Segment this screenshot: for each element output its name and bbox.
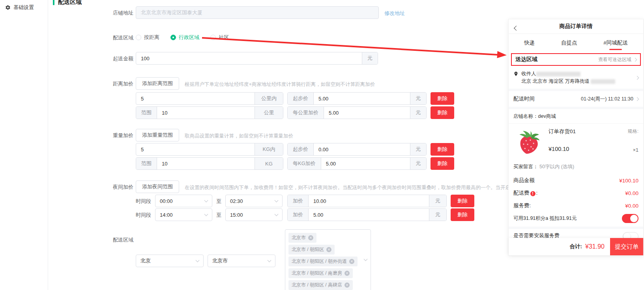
chevron-down-icon <box>364 257 368 261</box>
delivery-time-label: 配送时间 <box>513 95 535 102</box>
time-to-select[interactable]: 02:30 <box>225 195 283 207</box>
buyer-note-row[interactable]: 买家留言： 50字以内 (选填) <box>509 161 643 174</box>
delivery-time-row[interactable]: 配送时间 01-24(周一) 11:02 11:30 <box>509 91 643 107</box>
per-kg-price-label: 每KG加价 <box>288 158 321 169</box>
shop-address-input[interactable] <box>136 7 378 19</box>
unit-yuan: 元 <box>429 195 446 207</box>
per-km-price-input[interactable] <box>324 107 410 119</box>
unit-km-within: 公里内 <box>255 93 283 104</box>
recipient-label: 收件人 <box>521 71 536 76</box>
goods-amount-row: 商品金额 ¥100.10 <box>509 174 643 187</box>
min-amount-label: 起送金额 <box>113 52 136 62</box>
base-price-input[interactable] <box>314 93 410 104</box>
night-price-input[interactable] <box>309 209 429 221</box>
delivery-area-label: 送达区域 <box>515 56 537 63</box>
region-select-row: 北京 北京市 <box>136 255 275 267</box>
add-night-range-button[interactable]: 添加夜间范围 <box>136 180 179 193</box>
night-hint: 在设置的夜间时间范围内下单，加收费用！如留空，则不计算夜间加价。当配送时间与多个… <box>185 180 540 191</box>
points-toggle[interactable] <box>622 214 638 223</box>
night-label: 夜间加价 <box>113 180 136 191</box>
circle-close-icon[interactable]: × <box>344 271 350 276</box>
radio-admin-region[interactable]: 行政区域 <box>170 32 199 41</box>
service-fee-row: 服务费: ¥0.00 <box>509 199 643 212</box>
night-row: 时间段 00:00 至 02:30 加价 元 删除 <box>136 195 474 207</box>
to-word: 至 <box>216 208 221 219</box>
delete-button[interactable]: 删除 <box>431 143 454 156</box>
product-row[interactable]: 订单存货01 ¥100.10 规格: ×1 <box>509 124 643 161</box>
distance-row: 公里内 起步价 元 删除 <box>136 92 454 105</box>
radio-community[interactable]: 社区 <box>210 32 229 41</box>
order-footer-bar: 合计: ¥31.90 提交订单 <box>509 238 643 255</box>
distance-hint: 根据用户下单定位地址经纬度+商家地址经纬度计算骑行距离，如留空则不计算距离加价 <box>185 77 375 88</box>
preview-title: 商品订单详情 <box>560 23 593 30</box>
delivery-fee-label: 配送费 <box>513 190 530 196</box>
base-price-input[interactable] <box>314 143 410 155</box>
tab-local-delivery[interactable]: #同城配送 <box>603 37 629 48</box>
delete-button[interactable]: 删除 <box>431 106 454 119</box>
sidebar-item-basic-settings[interactable]: 基础设置 <box>0 0 48 11</box>
submit-order-button[interactable]: 提交订单 <box>610 238 643 255</box>
shop-address-label: 店铺地址 <box>113 6 136 17</box>
service-fee-label: 服务费: <box>513 202 531 209</box>
time-range-label: 时间段 <box>136 195 151 205</box>
time-from-select[interactable]: 00:00 <box>155 195 212 207</box>
unit-yuan: 元 <box>410 93 426 104</box>
unit-yuan: 元 <box>410 158 426 169</box>
weight-row: KG内 起步价 元 删除 <box>136 143 454 156</box>
delete-button[interactable]: 删除 <box>431 92 454 105</box>
radio-by-distance[interactable]: 按距离 <box>136 32 159 41</box>
tab-express[interactable]: 快递 <box>523 37 535 48</box>
delete-button[interactable]: 删除 <box>451 195 474 207</box>
chevron-down-icon <box>204 212 208 216</box>
back-button[interactable] <box>515 25 518 31</box>
goods-amount-value: ¥100.10 <box>619 178 638 184</box>
min-amount-input[interactable] <box>136 52 362 64</box>
min-amount-field: 元 <box>136 52 378 65</box>
province-select[interactable]: 北京 <box>136 255 204 267</box>
to-word: 至 <box>216 195 221 205</box>
time-to-select[interactable]: 15:00 <box>225 208 283 221</box>
chevron-down-icon <box>275 212 279 216</box>
add-distance-range-button[interactable]: 添加距离范围 <box>136 77 179 90</box>
section-title: 配送区域 <box>58 0 82 6</box>
chevron-right-icon <box>635 76 639 80</box>
night-price-input[interactable] <box>309 195 429 207</box>
buyer-note-placeholder: 50字以内 (选填) <box>539 164 574 169</box>
range-label: 范围 <box>136 107 157 119</box>
base-price-label: 起步价 <box>288 93 314 104</box>
delivery-area-row[interactable]: 送达区域 查看可送达区域 <box>511 53 641 66</box>
per-kg-price-input[interactable] <box>321 158 410 169</box>
delete-button[interactable]: 删除 <box>431 157 454 170</box>
redacted-name <box>536 72 580 76</box>
distance-range-input[interactable] <box>157 107 255 119</box>
circle-close-icon[interactable]: × <box>326 247 331 252</box>
chevron-right-icon <box>633 58 637 61</box>
area-type-row: 配送区域 按距离 行政区域 社区 <box>113 32 240 41</box>
delivery-time-value[interactable]: 01-24(周一) 11:02 11:30 <box>581 96 638 102</box>
unit-yuan: 元 <box>362 52 378 64</box>
per-km-price-label: 每公里加价 <box>288 107 324 119</box>
time-from-select[interactable]: 14:00 <box>155 208 212 221</box>
edit-address-link[interactable]: 修改地址 <box>384 6 405 17</box>
district-multiselect[interactable]: 北京市× 北京市 / 朝阳区× 北京市 / 朝阳区 / 朝外街道× 北京市 / … <box>285 229 371 290</box>
region-tag: 北京市× <box>288 233 316 243</box>
info-icon[interactable]: ! <box>530 191 535 196</box>
base-price-label: 起步价 <box>288 143 314 155</box>
add-weight-range-button[interactable]: 添加重量范围 <box>136 129 179 141</box>
delete-button[interactable]: 删除 <box>451 208 474 221</box>
view-deliverable-area-link[interactable]: 查看可送达区域 <box>598 56 637 63</box>
tab-pickup[interactable]: 自提点 <box>560 37 578 48</box>
circle-close-icon[interactable]: × <box>308 235 313 240</box>
weight-row: 范围 KG 每KG加价 元 删除 <box>136 157 454 170</box>
recipient-address-row[interactable]: 收件人 北京 北京市 海淀区 万寿路街道 <box>509 66 643 89</box>
distance-range-input[interactable] <box>136 93 255 104</box>
weight-range-input[interactable] <box>157 158 255 169</box>
circle-close-icon[interactable]: × <box>344 283 350 288</box>
city-select[interactable]: 北京市 <box>208 255 275 267</box>
circle-close-icon[interactable]: × <box>349 259 354 264</box>
weight-label: 重量加价 <box>113 129 136 139</box>
weight-range-input[interactable] <box>136 143 255 155</box>
min-amount-row: 起送金额 元 <box>113 52 378 65</box>
unit-yuan: 元 <box>429 209 446 221</box>
night-row: 时间段 14:00 至 15:00 加价 元 删除 <box>136 208 474 221</box>
